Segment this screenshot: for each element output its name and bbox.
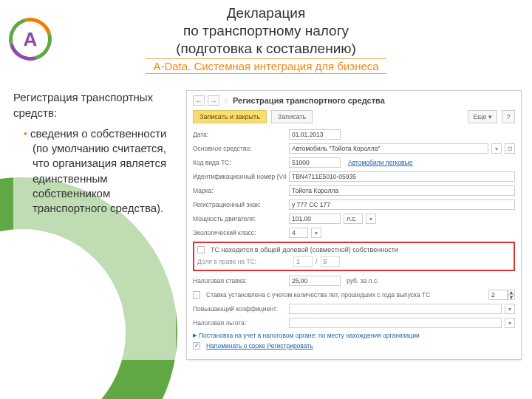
highlighted-section: ТС находится в общей долевой (совместной… bbox=[193, 242, 515, 271]
tax-unit: руб. за л.с. bbox=[347, 277, 379, 284]
date-label: Дата: bbox=[193, 131, 286, 138]
heading-line1: Декларация bbox=[0, 4, 532, 22]
make-field[interactable]: Тойота Королла bbox=[289, 185, 515, 196]
vin-label: Идентификационный номер (VIN): bbox=[193, 173, 286, 180]
share-b-field[interactable]: 5 bbox=[321, 256, 340, 267]
tax-field[interactable]: 25,00 bbox=[289, 276, 341, 286]
dropdown-icon[interactable]: ▾ bbox=[366, 214, 376, 224]
more-button[interactable]: Еще ▾ bbox=[468, 110, 497, 123]
slide-heading: Декларация по транспортному налогу (подг… bbox=[0, 0, 532, 57]
reg-in-expander[interactable]: ▶ Постановка на учет в налоговом органе:… bbox=[193, 332, 515, 339]
power-field[interactable]: 101.00 bbox=[289, 214, 341, 224]
rate-coeff-stepper[interactable]: 2 ▲ ▼ bbox=[488, 290, 515, 300]
page-title: Регистрация транспортного средства bbox=[233, 96, 385, 105]
raise-label: Повышающий коэффициент: bbox=[193, 305, 286, 313]
heading-line2: по транспортному налогу bbox=[0, 22, 532, 40]
eco-label: Экологический класс: bbox=[193, 229, 286, 236]
help-button[interactable]: ? bbox=[502, 110, 515, 123]
left-text-panel: Регистрация транспортных средств: •сведе… bbox=[13, 90, 176, 360]
vin-field[interactable]: TBN4711E5010-05935 bbox=[289, 171, 515, 182]
benefit-field[interactable] bbox=[289, 318, 502, 328]
list-item: •сведения о собственности (по умолчанию … bbox=[24, 126, 176, 216]
left-title: Регистрация транспортных средств: bbox=[13, 90, 176, 120]
nav-back-button[interactable]: ← bbox=[193, 95, 205, 106]
chevron-down-icon[interactable]: ▼ bbox=[508, 295, 515, 300]
heading-line3: (подготовка к составлению) bbox=[0, 40, 532, 58]
save-close-button[interactable]: Записать и закрыть bbox=[193, 110, 267, 123]
share-label: Доля в праве на ТС: bbox=[197, 258, 290, 265]
dropdown-icon[interactable]: ▾ bbox=[505, 304, 515, 314]
chevron-up-icon[interactable]: ▲ bbox=[508, 290, 515, 295]
nav-forward-button[interactable]: → bbox=[208, 95, 219, 106]
rate-coeff-label: Ставка установлена с учетом количества л… bbox=[206, 291, 485, 299]
subheading: A-Data. Системная интеграция для бизнеса bbox=[146, 58, 386, 74]
rate-coeff-value[interactable]: 2 bbox=[488, 290, 508, 300]
power-label: Мощность двигателя: bbox=[193, 215, 286, 222]
remind-checkbox[interactable] bbox=[193, 342, 200, 349]
code-link[interactable]: Автомобили легковые bbox=[348, 159, 412, 166]
benefit-label: Налоговая льгота: bbox=[193, 319, 286, 327]
save-button[interactable]: Записать bbox=[271, 110, 313, 123]
raise-field[interactable] bbox=[289, 304, 502, 314]
share-sep: / bbox=[316, 258, 318, 265]
picker-icon[interactable]: ▾ bbox=[491, 143, 502, 154]
dropdown-icon[interactable]: ▾ bbox=[311, 228, 321, 238]
share-a-field[interactable]: 1 bbox=[293, 256, 313, 267]
tax-label: Налоговая ставка: bbox=[193, 277, 286, 284]
reg-field[interactable]: у 777 СС 177 bbox=[289, 200, 515, 210]
os-field[interactable]: Автомобиль "Тойота Королла" bbox=[289, 143, 488, 154]
reg-label: Регистрационный знак: bbox=[193, 201, 286, 208]
bullet-icon: • bbox=[24, 128, 27, 140]
remind-link[interactable]: Напоминать о сроке Регистрировать bbox=[206, 342, 313, 349]
os-label: Основное средство: bbox=[193, 145, 286, 152]
eco-field[interactable]: 4 bbox=[289, 228, 308, 238]
app-window: ← → ☆ Регистрация транспортного средства… bbox=[186, 90, 522, 360]
rate-coeff-checkbox[interactable] bbox=[193, 291, 200, 299]
open-icon[interactable]: ⊡ bbox=[505, 143, 515, 154]
code-label: Код вида ТС: bbox=[193, 159, 286, 166]
make-label: Марка: bbox=[193, 187, 286, 194]
date-field[interactable]: 01.01.2013 bbox=[289, 129, 341, 140]
dropdown-icon[interactable]: ▾ bbox=[505, 318, 515, 328]
code-field[interactable]: 51000 bbox=[289, 157, 341, 168]
shared-checkbox[interactable] bbox=[197, 246, 205, 253]
toolbar: Записать и закрыть Записать Еще ▾ ? bbox=[193, 110, 515, 123]
chevron-right-icon: ▶ bbox=[193, 332, 197, 338]
shared-label: ТС находится в общей долевой (совместной… bbox=[211, 246, 398, 253]
power-unit-field[interactable]: л.с. bbox=[344, 214, 363, 224]
star-icon[interactable]: ☆ bbox=[222, 96, 230, 106]
